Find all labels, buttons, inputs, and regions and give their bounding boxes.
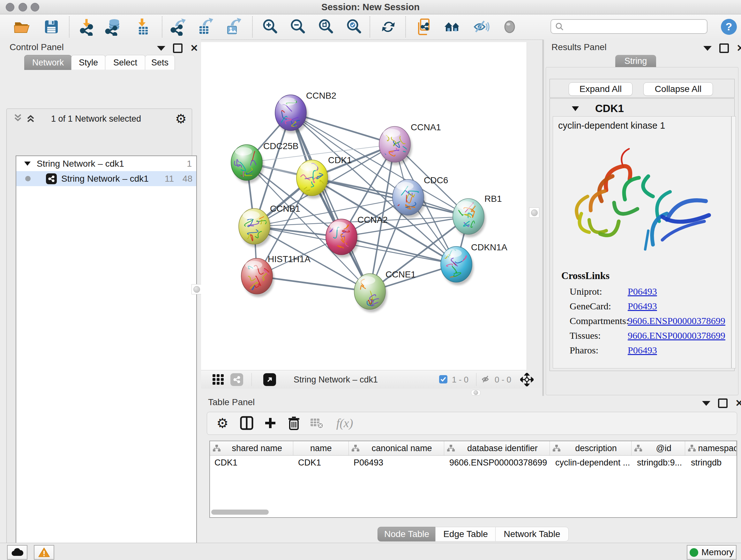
tab-network[interactable]: Network [24,55,72,70]
network-node-count: 11 [157,174,174,184]
node-CCNB1[interactable] [239,208,270,244]
network-list-options-button[interactable]: ⚙ [175,111,187,126]
crosslinks-title: CrossLinks [561,270,731,282]
navigator-button[interactable] [520,373,534,388]
grid-view-button[interactable] [212,374,224,386]
zoom-in-button[interactable] [261,17,279,36]
tab-network-table[interactable]: Network Table [495,527,569,542]
export-network-button[interactable] [169,17,188,36]
create-column-button[interactable] [262,415,278,431]
hidden-counter: 0 - 0 [495,375,511,385]
panel-float-icon[interactable] [173,44,183,53]
tab-select[interactable]: Select [105,55,145,70]
network-view-mode-button[interactable] [230,373,243,386]
network-collection-row[interactable]: String Network – cdk1 1 [16,156,196,171]
panel-close-icon[interactable]: ✕ [190,45,198,52]
export-table-button[interactable] [196,17,214,36]
zoom-out-button[interactable] [288,17,307,36]
import-network-from-database-button[interactable] [105,17,123,36]
crosslink-link[interactable]: P06493 [628,345,657,356]
delete-column-button[interactable] [286,415,302,431]
network-selection-status: 1 of 1 Network selected [39,114,153,124]
expand-all-networks-button[interactable] [25,113,36,124]
save-session-button[interactable] [42,17,61,36]
left-splitter-handle[interactable] [192,284,202,294]
export-image-button[interactable] [224,17,243,36]
show-all-button[interactable] [500,17,519,36]
search-input[interactable] [550,19,708,34]
first-neighbors-button[interactable] [443,17,461,36]
column-header[interactable]: @id [631,441,685,455]
help-button[interactable]: ? [720,17,738,36]
section-collapse-icon[interactable] [571,105,580,113]
panel-menu-icon[interactable] [157,46,165,51]
node-CCNB2[interactable] [275,95,307,131]
tab-node-table[interactable]: Node Table [378,527,436,542]
warnings-button[interactable] [34,545,54,560]
tab-string[interactable]: String [615,55,656,67]
node-CCNA2[interactable] [326,219,357,255]
network-row-selected[interactable]: String Network – cdk1 11 48 [16,171,196,186]
import-network-from-file-button[interactable] [78,17,96,36]
panel-menu-icon[interactable] [702,401,711,406]
import-table-from-file-button[interactable] [134,17,152,36]
column-header[interactable]: shared name [210,441,293,455]
crosslink-link[interactable]: P06493 [628,286,657,297]
selected-checkbox[interactable] [439,375,448,385]
crosslink-row: Pharos:P06493 [553,345,731,360]
column-header[interactable]: name [293,441,349,455]
crosslink-link[interactable]: 9606.ENSP00000378699 [628,330,725,341]
panel-close-icon[interactable]: ✕ [737,45,741,52]
bottom-splitter-handle[interactable] [471,390,481,395]
hide-selected-button[interactable] [472,17,490,36]
tab-edge-table[interactable]: Edge Table [435,527,496,542]
expand-all-button[interactable]: Expand All [569,82,632,96]
protein-description: cyclin-dependent kinase 1 [558,120,731,131]
column-header[interactable]: namespace [685,441,737,455]
panel-close-icon[interactable]: ✕ [735,400,741,407]
network-name-label: String Network – cdk1 [293,375,378,385]
zoom-selected-button[interactable] [345,17,363,36]
memory-button[interactable]: Memory [687,545,737,560]
collection-collapse-icon[interactable] [23,159,31,169]
panel-float-icon[interactable] [718,398,728,408]
node-CDK1[interactable] [296,160,328,196]
table-options-button[interactable]: ⚙ [214,415,230,431]
network-canvas[interactable]: CCNB2CCNA1CDC25BCDK1CDC6RB1CCNB1CCNA2CDK… [201,42,527,370]
node-CCNA1[interactable] [379,126,410,162]
right-splitter-handle[interactable] [529,207,539,218]
crosslink-link[interactable]: P06493 [628,301,657,312]
collapse-all-networks-button[interactable] [12,113,23,124]
node-label-RB1: RB1 [484,194,502,204]
selected-counter: 1 - 0 [452,375,468,385]
crosslink-label: Pharos: [569,345,598,356]
crosslink-link[interactable]: 9606.ENSP00000378699 [628,315,725,326]
tab-sets[interactable]: Sets [145,55,175,70]
collapse-all-button[interactable]: Collapse All [643,82,713,96]
apply-layout-button[interactable] [379,17,398,36]
new-network-from-selection-button[interactable] [415,17,434,36]
panel-menu-icon[interactable] [703,46,712,51]
protein-structure-image [557,137,727,262]
panel-float-icon[interactable] [719,44,729,53]
open-session-button[interactable] [13,17,31,36]
refresh-icon [380,18,397,36]
column-header[interactable]: database identifier [444,441,550,455]
detach-view-button[interactable] [263,373,276,386]
hidden-indicator [481,374,491,386]
title-bar: Session: New Session [0,0,741,14]
status-bar: Memory [0,543,741,560]
tab-style[interactable]: Style [71,55,106,70]
cloud-button[interactable] [7,545,27,560]
table-horizontal-scrollbar[interactable] [211,509,269,515]
table-row[interactable]: CDK1CDK1P064939606.ENSP00000378699cyclin… [210,455,737,470]
show-columns-button[interactable] [239,415,255,431]
node-CDKN1A[interactable] [441,246,472,282]
node-CDC6[interactable] [393,179,424,215]
column-header[interactable]: description [550,441,631,455]
zoom-fit-button[interactable] [317,17,335,36]
results-scrollbar[interactable] [731,116,736,368]
column-header[interactable]: canonical name [349,441,444,455]
node-RB1[interactable] [453,199,484,234]
node-CDC25B[interactable] [230,145,262,181]
